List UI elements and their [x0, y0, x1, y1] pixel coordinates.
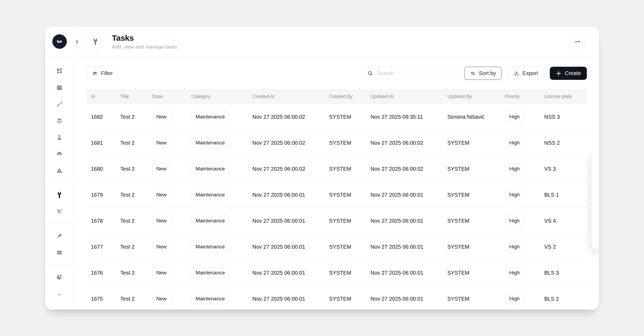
app-window: Tasks Add, view and manage tasks. Filter… [45, 27, 599, 309]
sidebar-item-layers[interactable] [51, 112, 68, 129]
app-logo[interactable] [52, 34, 67, 49]
state-badge: New [152, 215, 171, 226]
cell-priority: High [500, 163, 539, 174]
search-icon [367, 70, 373, 76]
sidebar-item-pin[interactable] [51, 227, 68, 244]
sidebar-item-car[interactable] [51, 145, 68, 162]
cell-state: New [147, 293, 186, 304]
table-row[interactable]: 1681Test 2NewMaintenanceNov 27 2025 06:0… [86, 130, 587, 156]
state-badge: New [152, 163, 171, 174]
table-row[interactable]: 1680Test 2NewMaintenanceNov 27 2025 06:0… [86, 156, 587, 182]
category-badge: Maintenance [191, 241, 229, 252]
sidebar-item-calendar[interactable] [51, 79, 68, 96]
table-row[interactable]: 1682Test 2NewMaintenanceNov 27 2025 06:0… [86, 104, 587, 130]
sort-by-button[interactable]: Sort by [464, 67, 502, 80]
cell-priority: High [500, 111, 539, 122]
table-row[interactable]: 1676Test 2NewMaintenanceNov 27 2025 06:0… [86, 260, 587, 286]
sidebar-item-tools[interactable] [51, 203, 68, 220]
sidebar-item-dashboard[interactable] [51, 62, 68, 79]
cell-license_plate: NSS 2 [539, 140, 587, 146]
cell-created_at: Nov 27 2025 06:00:01 [247, 218, 324, 224]
state-badge: New [152, 137, 171, 148]
cell-priority: High [500, 241, 539, 252]
state-badge: New [152, 293, 171, 304]
sidebar-item-ticket[interactable] [51, 244, 68, 261]
sidebar-collapse-button[interactable] [72, 31, 82, 52]
ticket-icon [56, 249, 63, 256]
cell-updated_at: Nov 27 2025 06:00:02 [366, 166, 442, 172]
cell-title: Test 2 [115, 244, 147, 250]
sidebar-item-route[interactable] [51, 96, 68, 112]
create-button-label: Create [565, 70, 581, 76]
filter-button-label: Filter [101, 70, 113, 76]
cell-state: New [147, 111, 186, 122]
sidebar-item-cloud[interactable] [51, 285, 68, 302]
cell-category: Maintenance [186, 163, 248, 174]
cell-updated_by: SYSTEM [442, 166, 500, 172]
search-input[interactable] [376, 70, 454, 77]
cell-category: Maintenance [186, 137, 248, 148]
cell-category: Maintenance [186, 215, 248, 226]
cell-priority: High [500, 215, 539, 226]
cell-priority: High [500, 137, 539, 148]
column-header-updated_by: Updated By [442, 94, 500, 99]
priority-badge: High [505, 267, 524, 278]
column-header-category: Category [186, 94, 248, 99]
sidebar-item-warning[interactable] [51, 162, 68, 179]
cell-updated_by: SYSTEM [442, 270, 500, 276]
sidebar-divider [45, 223, 74, 224]
sidebar-item-pie[interactable] [51, 268, 68, 285]
main-content: Tasks Add, view and manage tasks. Filter… [74, 27, 599, 309]
cell-id: 1676 [86, 270, 115, 276]
category-badge: Maintenance [191, 111, 229, 122]
table-row[interactable]: 1678Test 2NewMaintenanceNov 27 2025 06:0… [86, 208, 587, 234]
table-row[interactable]: 1679Test 2NewMaintenanceNov 27 2025 06:0… [86, 182, 587, 208]
sidebar-logo-area [45, 27, 74, 57]
column-header-created_at: Created At [247, 94, 324, 99]
more-options-button[interactable] [570, 34, 586, 49]
column-header-id: Id [86, 94, 115, 99]
cell-updated_by: SYSTEM [442, 244, 500, 250]
cell-state: New [147, 241, 186, 252]
sidebar-divider [45, 305, 74, 306]
user-icon [56, 134, 63, 141]
cell-state: New [147, 163, 186, 174]
sidebar-item-user[interactable] [51, 129, 68, 145]
filter-button[interactable]: Filter [86, 67, 119, 80]
cell-license_plate: BLS 3 [539, 270, 587, 276]
export-button[interactable]: Export [508, 67, 544, 80]
cell-priority: High [500, 267, 539, 278]
state-badge: New [152, 267, 171, 278]
sidebar-item-wrench[interactable] [51, 186, 68, 203]
category-badge: Maintenance [191, 215, 229, 226]
cell-title: Test 2 [115, 166, 147, 172]
cell-created_by: SYSTEM [324, 244, 366, 250]
cell-created_at: Nov 27 2025 06:00:01 [247, 296, 324, 302]
cell-created_at: Nov 27 2025 06:00:01 [247, 270, 324, 276]
table-row[interactable]: 1677Test 2NewMaintenanceNov 27 2025 06:0… [86, 234, 587, 260]
chevron-right-icon [74, 39, 79, 44]
cell-id: 1680 [86, 166, 115, 172]
page-title: Tasks [112, 33, 178, 42]
create-button[interactable]: Create [550, 67, 587, 80]
table-row[interactable]: 1675Test 2NewMaintenanceNov 27 2025 06:0… [86, 286, 587, 309]
cell-category: Maintenance [186, 267, 248, 278]
cell-created_at: Nov 27 2025 06:00:01 [247, 192, 324, 198]
cell-category: Maintenance [186, 241, 248, 252]
cell-priority: High [500, 293, 539, 304]
cell-license_plate: BLS 2 [539, 296, 587, 302]
page-header: Tasks Add, view and manage tasks. [74, 27, 599, 57]
cell-license_plate: VS 4 [539, 218, 587, 224]
cell-title: Test 2 [115, 140, 147, 146]
cell-updated_at: Nov 27 2025 06:00:01 [366, 296, 442, 302]
column-header-created_by: Created By [324, 94, 366, 99]
cell-id: 1675 [86, 296, 115, 302]
sliders-icon [92, 70, 98, 76]
page-title-block: Tasks Add, view and manage tasks. [112, 33, 178, 50]
scrollbar-thumb[interactable] [591, 153, 599, 249]
dashboard-icon [56, 68, 63, 74]
cell-created_by: SYSTEM [324, 140, 366, 146]
car-icon [56, 151, 63, 157]
wrench-icon [56, 192, 63, 198]
cell-category: Maintenance [186, 111, 248, 122]
